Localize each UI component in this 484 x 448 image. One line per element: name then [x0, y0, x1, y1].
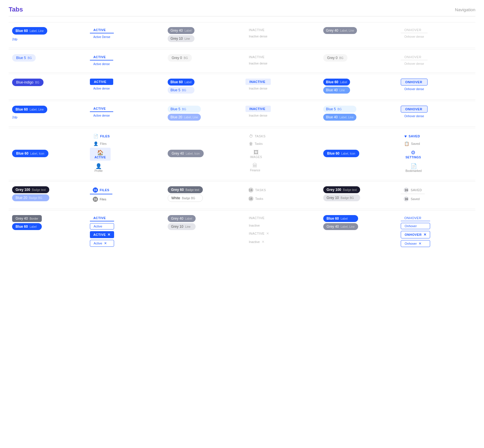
- close-x-active-2[interactable]: ✕: [104, 241, 107, 245]
- pill-grey10-badge-bg[interactable]: Grey 10 Badge BG: [323, 194, 360, 201]
- pill-grey10-line-7[interactable]: Grey 10 Line: [168, 223, 196, 230]
- icon-tab-tasks-normal[interactable]: 🗑 Tasks: [245, 140, 266, 147]
- badge-tab-tasks-inactive[interactable]: 16 TASKS: [245, 186, 269, 194]
- cell-7-5: Blue 60 Label Grey 40 Label, Line: [320, 210, 398, 252]
- inactive-group-3: INACTIVE Inactive dense: [245, 79, 271, 91]
- closeable-inactive-upper-x[interactable]: INACTIVE ✕: [245, 230, 273, 237]
- pill-grey0-bg-2[interactable]: Grey 0 BG: [323, 54, 347, 62]
- pill-blue60-label-7b[interactable]: Blue 60 Label: [323, 215, 358, 222]
- onhover-dense-4[interactable]: Onhover dense: [401, 114, 427, 119]
- icon-tab-tasks-inactive[interactable]: ⏱ TASKS: [245, 133, 269, 140]
- badge-tab-files-normal[interactable]: 16 Files: [90, 195, 112, 203]
- pill-grey40-label-7[interactable]: Grey 40 Label: [168, 215, 196, 222]
- icon-tab-profile[interactable]: 👤 Profile: [90, 161, 107, 174]
- badge-tab-tasks-normal[interactable]: 16 Tasks: [245, 195, 269, 202]
- closeable-inactive-plain[interactable]: Inactive: [245, 223, 273, 228]
- close-x-inactive[interactable]: ✕: [266, 231, 269, 236]
- active-dense-3[interactable]: Active dense: [90, 86, 113, 91]
- icon-tab-active-home[interactable]: 🏠 ACTIVE: [90, 148, 111, 161]
- pill-blue60-label-2[interactable]: Blue 60 Label: [323, 79, 350, 86]
- close-x-active[interactable]: ✕: [107, 233, 111, 237]
- icon-tab-images[interactable]: 🖼 IMAGES: [245, 148, 267, 160]
- icon-tab-settings[interactable]: ⚙ SETTINGS: [401, 148, 426, 161]
- close-x-onhover[interactable]: ✕: [423, 233, 427, 237]
- pill-blue20-badge-bg[interactable]: Blue 20 Badge BG: [12, 194, 49, 201]
- home-icon: 🏠: [97, 149, 103, 156]
- pill-grey40-icon[interactable]: Grey 40 Label, Icon: [168, 150, 204, 157]
- onhover-tab-4[interactable]: ONHOVER: [401, 106, 427, 113]
- pill-grey100-badge-2[interactable]: Grey 100 Badge text: [323, 186, 360, 193]
- pill-blue60-label-line-4[interactable]: Blue 60 Label, Line: [12, 106, 47, 113]
- closeable-onhover-upper-x[interactable]: ONHOVER ✕: [401, 231, 430, 238]
- pill-blue60-icon[interactable]: Blue 60 Label, Icon: [12, 150, 48, 157]
- icon-tab-finance[interactable]: 🏛 Finance: [245, 161, 265, 174]
- pill-white-badge-bg[interactable]: White Badge BG: [168, 194, 203, 202]
- active-group-4: ACTIVE Active dense: [90, 106, 113, 118]
- pill-blue60-icon-2[interactable]: Blue 60 Label, Icon: [323, 150, 360, 157]
- inactive-dense-4[interactable]: Inactive dense: [245, 113, 271, 118]
- pill-grey60-badge[interactable]: Grey 60 Badge text: [168, 186, 203, 193]
- pill-blue40-line[interactable]: Blue 40 Line: [323, 87, 350, 94]
- inactive-dense-2[interactable]: Inactive dense: [245, 61, 271, 66]
- close-x-inactive-2[interactable]: ✕: [262, 240, 264, 244]
- closeable-inactive-top[interactable]: INACTIVE: [245, 215, 273, 221]
- badge-tab-saved-onhover[interactable]: 16 SAVED: [401, 186, 425, 194]
- pill-grey0-bg[interactable]: Grey 0 BG: [168, 54, 192, 62]
- pill-blue5-bg[interactable]: Blue 5 BG: [12, 54, 36, 62]
- inactive-dense-3[interactable]: Inactive dense: [245, 86, 271, 91]
- pill-grey40-label-line[interactable]: Grey 40 Label, Line: [323, 27, 357, 34]
- closeable-inactive-plain-x[interactable]: Inactive ✕: [245, 239, 273, 245]
- pill-grey40-border[interactable]: Grey 40 Border: [12, 215, 42, 222]
- active-dense-2[interactable]: Active dense: [90, 62, 113, 67]
- pill-grey100-badge[interactable]: Grey 100 Badge text: [12, 186, 49, 193]
- pill-grey40-label-line-7[interactable]: Grey 40 Label, Line: [323, 223, 358, 230]
- images-icon: 🖼: [254, 149, 259, 155]
- icon-tab-files-normal[interactable]: 👤 Files: [90, 140, 110, 147]
- inactive-dense-1[interactable]: Inactive dense: [245, 34, 271, 39]
- icon-tab-saved-normal[interactable]: 📋 Saved: [401, 140, 423, 147]
- closeable-active-top[interactable]: ACTIVE: [90, 215, 114, 221]
- cell-1-5: Grey 40 Label, Line: [320, 22, 398, 47]
- inactive-tab-1[interactable]: INACTIVE: [245, 27, 271, 33]
- active-tab-2[interactable]: ACTIVE: [90, 54, 113, 60]
- onhover-tab-3[interactable]: ONHOVER: [401, 79, 427, 86]
- pill-blue5-bg-5[interactable]: Blue 5 BG: [323, 106, 357, 113]
- pill-blue40-label-line-5[interactable]: Blue 40 Label, Line: [323, 114, 357, 121]
- onhover-dense-3[interactable]: Onhover dense: [401, 87, 427, 92]
- pill-grey40-label[interactable]: Grey 40 Label: [168, 27, 194, 34]
- active-dense-4[interactable]: Active dense: [90, 113, 113, 118]
- active-tab-3-filled[interactable]: ACTIVE: [90, 79, 113, 85]
- pill-grey10-line[interactable]: Grey 10 Line: [168, 35, 194, 42]
- pill-blue5-bg-sub[interactable]: Blue 5 BG: [168, 87, 194, 94]
- closeable-onhover-outline-x[interactable]: Onhover ✕: [401, 240, 430, 247]
- closeable-tabs-inactive-group: INACTIVE Inactive INACTIVE ✕ Inactive ✕: [245, 215, 273, 245]
- active-dense-1[interactable]: Active dense: [90, 35, 114, 39]
- closeable-onhover-outline[interactable]: Onhover: [401, 223, 430, 229]
- pill-blue20-label-line[interactable]: Blue 20 Label, Line: [168, 114, 201, 121]
- inactive-tab-2[interactable]: INACTIVE: [245, 54, 271, 60]
- active-tab-4[interactable]: ACTIVE: [90, 106, 113, 112]
- pill-blue-indigo-bg[interactable]: Blue-indigo BG: [12, 79, 44, 86]
- onhover-tab-1[interactable]: ONHOVER: [401, 27, 427, 33]
- badge-tab-saved-normal[interactable]: 16 Saved: [401, 195, 425, 203]
- pill-blue5-bg-4[interactable]: Blue 5 BG: [168, 106, 201, 113]
- badge-tab-files-active[interactable]: 16 FILES: [90, 186, 112, 194]
- closeable-active-outline-x[interactable]: Active ✕: [90, 240, 114, 247]
- close-x-onhover-2[interactable]: ✕: [419, 242, 421, 246]
- pill-blue60-label-line[interactable]: Blue 60 Label, Line: [12, 27, 47, 35]
- pill-blue60-label[interactable]: Blue 60 Label: [168, 79, 194, 86]
- inactive-tab-3-filled[interactable]: INACTIVE: [245, 79, 271, 85]
- active-tab-1[interactable]: ACTIVE: [90, 27, 114, 33]
- pill-blue60-label-7[interactable]: Blue 60 Label: [12, 223, 42, 230]
- closeable-active-filled[interactable]: ACTIVE ✕: [90, 231, 114, 238]
- onhover-tab-2[interactable]: ONHOVER: [401, 54, 427, 60]
- icon-tab-bookmarked[interactable]: 📄 Bookmarked: [401, 161, 426, 174]
- closeable-onhover-top[interactable]: ONHOVER: [401, 215, 430, 221]
- onhover-dense-2[interactable]: Onhover dense: [401, 61, 427, 66]
- icon-tab-saved-onhover[interactable]: ♥ SAVED: [401, 133, 423, 140]
- closeable-active-outline[interactable]: Active: [90, 223, 114, 229]
- cell-2-2: ACTIVE Active dense: [86, 50, 164, 71]
- inactive-tab-4[interactable]: INACTIVE: [245, 106, 271, 112]
- icon-tab-files-active[interactable]: 📄 FILES: [90, 133, 113, 140]
- onhover-dense-1[interactable]: Onhover dense: [401, 34, 427, 39]
